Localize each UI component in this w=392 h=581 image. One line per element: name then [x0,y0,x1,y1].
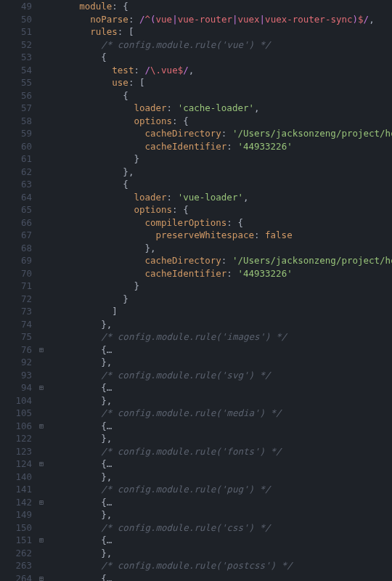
token-p: : [167,102,178,113]
fold-slot [36,38,46,52]
code-line[interactable]: use: [ [46,76,392,89]
token-k: options [134,204,172,215]
fold-slot [36,242,46,255]
code-line[interactable]: {… [46,420,392,433]
code-line[interactable]: }, [46,432,392,445]
code-editor[interactable]: 4950515253545556575859606162636465666768… [0,0,392,581]
line-number: 149 [0,508,32,521]
line-number: 55 [0,76,32,89]
line-number: 140 [0,471,32,484]
fold-expand-icon[interactable]: ⊞ [36,572,46,582]
code-line[interactable]: }, [46,471,392,484]
code-line[interactable]: {… [46,458,392,471]
token-rx: vuex-router-sync [265,14,352,25]
fold-expand-icon[interactable]: ⊞ [36,420,46,433]
token-p [46,560,101,571]
code-line[interactable]: /* config.module.rule('vue') */ [46,38,392,52]
code-line[interactable]: { [46,178,392,191]
code-line[interactable]: }, [46,394,392,407]
code-line[interactable]: } [46,153,392,166]
code-line[interactable]: /* config.module.rule('media') */ [46,407,392,420]
code-line[interactable]: ] [46,305,392,318]
fold-expand-icon[interactable]: ⊞ [36,534,46,547]
code-line[interactable]: options: { [46,203,392,216]
line-number: 264 [0,572,32,582]
code-line[interactable]: /* config.module.rule('css') */ [46,521,392,535]
code-line[interactable]: preserveWhitespace: false [46,229,392,242]
code-line[interactable]: }, [46,318,392,331]
token-p: }, [46,166,134,177]
line-number: 54 [0,64,32,77]
code-line[interactable]: {… [46,534,392,547]
fold-expand-icon[interactable]: ⊞ [36,458,46,471]
token-k: loader [134,192,166,203]
fold-slot [36,115,46,128]
line-number: 142 [0,496,32,509]
code-line[interactable]: /* config.module.rule('fonts') */ [46,445,392,458]
token-p: }, [46,243,156,253]
code-line[interactable]: } [46,280,392,293]
token-p: : [ [128,77,145,88]
line-number: 73 [0,305,32,318]
line-number: 69 [0,254,32,267]
code-line[interactable]: cacheIdentifier: '44933226' [46,140,392,153]
code-line[interactable]: /* config.module.rule('pug') */ [46,483,392,496]
code-line[interactable]: /* config.module.rule('svg') */ [46,369,392,382]
code-line[interactable]: options: { [46,115,392,128]
token-p [46,229,156,240]
line-number: 122 [0,432,32,445]
code-line[interactable]: cacheDirectory: '/Users/jacksonzeng/proj… [46,127,392,140]
fold-expand-icon[interactable]: ⊞ [36,496,46,509]
code-line[interactable]: } [46,293,392,306]
code-line[interactable]: { [46,89,392,102]
token-k: loader [134,102,166,113]
fold-gutter[interactable]: ⊞⊞⊞⊞⊞⊞⊞ [36,0,46,581]
line-number: 93 [0,369,32,382]
token-p [46,522,101,533]
token-p: }, [46,471,112,482]
fold-slot [36,432,46,445]
token-c: /* config.module.rule('vue') */ [101,39,270,50]
code-line[interactable]: }, [46,166,392,179]
line-number: 92 [0,356,32,369]
fold-slot [36,140,46,153]
code-line[interactable]: loader: 'cache-loader', [46,102,392,115]
code-line[interactable]: }, [46,508,392,521]
code-line[interactable]: {… [46,344,392,357]
token-p [46,446,101,457]
code-line[interactable]: {… [46,496,392,509]
line-number: 66 [0,216,32,229]
code-line[interactable]: loader: 'vue-loader', [46,191,392,204]
fold-slot [36,445,46,458]
token-p: ] [46,306,118,317]
token-rk: | [260,14,266,25]
code-line[interactable]: test: /\.vue$/, [46,64,392,77]
token-fold-dots: … [107,497,113,508]
code-line[interactable]: }, [46,356,392,369]
token-p [46,39,101,50]
token-fold-dots: … [107,458,113,469]
code-line[interactable]: }, [46,242,392,255]
fold-expand-icon[interactable]: ⊞ [36,344,46,357]
fold-slot [36,51,46,64]
code-line[interactable]: compilerOptions: { [46,216,392,229]
code-line[interactable]: cacheDirectory: '/Users/jacksonzeng/proj… [46,254,392,267]
fold-slot [36,254,46,267]
line-number: 71 [0,280,32,293]
code-line[interactable]: /* config.module.rule('postcss') */ [46,559,392,572]
code-line[interactable]: {… [46,572,392,582]
code-line[interactable]: }, [46,547,392,560]
token-k: compilerOptions [144,217,226,228]
code-line[interactable]: noParse: /^(vue|vue-router|vuex|vuex-rou… [46,13,392,26]
code-line[interactable]: {… [46,381,392,394]
code-line[interactable]: cacheIdentifier: '44933226' [46,267,392,280]
fold-expand-icon[interactable]: ⊞ [36,381,46,394]
code-line[interactable]: rules: [ [46,25,392,38]
code-line[interactable]: /* config.module.rule('images') */ [46,330,392,344]
code-line[interactable]: module: { [46,0,392,13]
code-area[interactable]: module: { noParse: /^(vue|vue-router|vue… [46,0,392,581]
line-number: 50 [0,13,32,26]
token-p: { [46,420,107,431]
token-p: : [221,255,232,266]
code-line[interactable]: { [46,51,392,64]
